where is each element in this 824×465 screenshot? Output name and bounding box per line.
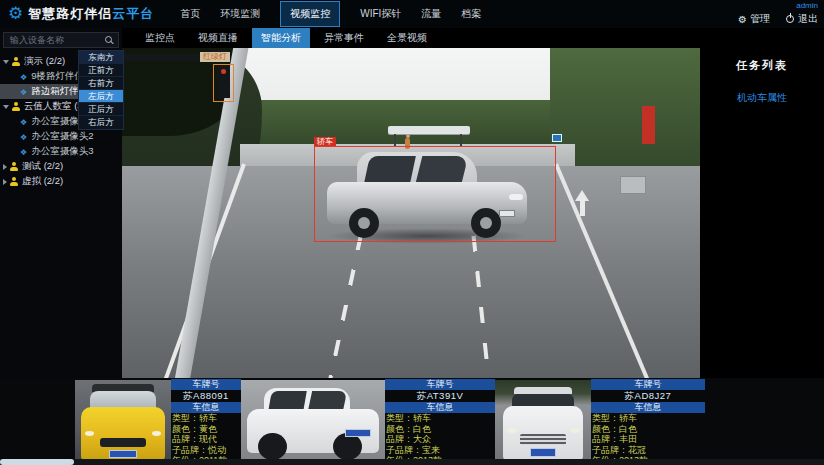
attr-type: 类型：轿车 <box>385 413 495 424</box>
nav-item-environment[interactable]: 环境监测 <box>220 2 260 26</box>
search-input[interactable] <box>8 34 105 46</box>
vehicle-detection-box <box>314 146 556 242</box>
plate-number: 苏AT391V <box>385 390 495 402</box>
chevron-down-icon[interactable] <box>3 60 9 64</box>
bus-shelter <box>388 126 470 134</box>
chevron-right-icon[interactable] <box>3 179 7 185</box>
tab-monitor-points[interactable]: 监控点 <box>136 28 184 48</box>
straight-arrow-stem <box>580 200 585 216</box>
nav-item-wifi-probe[interactable]: WIFI探针 <box>360 2 401 26</box>
direction-option-rear-left[interactable]: 左后方 <box>79 90 123 103</box>
device-icon <box>20 71 27 82</box>
tree-item-label: 办公室摄像头3 <box>31 145 93 158</box>
direction-option-front-right[interactable]: 右前方 <box>79 77 123 90</box>
manage-button[interactable]: 管理 <box>738 12 770 26</box>
chevron-right-icon[interactable] <box>3 164 7 170</box>
plate-number: 苏AD8J27 <box>591 390 705 402</box>
tree-group-label: 演示 (2/2) <box>24 55 65 68</box>
task-list-panel: 任务列表 机动车属性 <box>700 48 824 378</box>
attr-color: 颜色：白色 <box>385 424 495 435</box>
attr-color: 颜色：白色 <box>591 424 705 435</box>
direction-option-rear-right[interactable]: 右后方 <box>79 116 123 129</box>
nav-item-video-surveillance[interactable]: 视频监控 <box>280 1 340 27</box>
pedestrian-head <box>406 134 410 138</box>
tree-item-office-cam-2[interactable]: 办公室摄像头2 <box>0 129 122 144</box>
attr-subbrand: 子品牌：宝来 <box>385 445 495 456</box>
tree-group-label: 测试 (2/2) <box>22 160 63 173</box>
tree-group-label: 虚拟 (2/2) <box>22 175 63 188</box>
car-plate <box>345 429 371 437</box>
car-grill <box>100 438 146 447</box>
power-icon <box>786 15 794 23</box>
direction-option-southeast[interactable]: 东南方 <box>79 51 123 64</box>
task-item-vehicle-attributes[interactable]: 机动车属性 <box>700 91 824 105</box>
attr-type: 类型：轿车 <box>591 413 705 424</box>
plate-header: 车牌号 <box>385 379 495 390</box>
car-grill <box>520 434 566 445</box>
live-video-feed[interactable]: 红绿灯 轿车 <box>122 48 700 378</box>
detection-results-bar: 车牌号 苏A88091 车信息 类型：轿车 颜色：黄色 品牌：现代 子品牌：悦动… <box>0 378 824 465</box>
attr-brand: 品牌：大众 <box>385 434 495 445</box>
tree-group-virtual[interactable]: 虚拟 (2/2) <box>0 174 122 189</box>
info-header: 车信息 <box>385 402 495 413</box>
info-header: 车信息 <box>591 402 705 413</box>
vehicle-info-1: 车牌号 苏A88091 车信息 类型：轿车 颜色：黄色 品牌：现代 子品牌：悦动… <box>171 379 241 465</box>
tab-smart-analysis[interactable]: 智能分析 <box>252 28 310 48</box>
plate-header: 车牌号 <box>171 379 241 390</box>
top-bar: 智慧路灯伴侣 云平台 首页 环境监测 视频监控 WIFI探针 流量 档案 adm… <box>0 0 824 28</box>
person-icon <box>10 177 18 186</box>
device-icon <box>20 146 27 157</box>
vehicle-snapshot-2[interactable] <box>241 380 385 465</box>
device-icon <box>20 131 27 142</box>
red-banner <box>642 106 655 144</box>
direction-option-front[interactable]: 正前方 <box>79 64 123 77</box>
traffic-light-detection-label: 红绿灯 <box>200 52 230 62</box>
vehicle-info-2: 车牌号 苏AT391V 车信息 类型：轿车 颜色：白色 品牌：大众 子品牌：宝来… <box>385 379 495 465</box>
device-icon <box>20 86 27 97</box>
tab-panorama-video[interactable]: 全景视频 <box>378 28 436 48</box>
nav-item-traffic[interactable]: 流量 <box>421 2 441 26</box>
attr-type: 类型：轿车 <box>171 413 241 424</box>
attr-color: 颜色：黄色 <box>171 424 241 435</box>
car-plate <box>530 448 557 457</box>
car-headlight <box>507 428 518 433</box>
search-icon[interactable] <box>105 36 114 45</box>
chevron-down-icon[interactable] <box>3 105 9 109</box>
manage-label: 管理 <box>750 12 770 26</box>
attr-brand: 品牌：现代 <box>171 434 241 445</box>
main-nav: 首页 环境监测 视频监控 WIFI探针 流量 档案 <box>180 1 481 27</box>
device-search-box <box>3 32 119 48</box>
tab-live-video[interactable]: 视频直播 <box>189 28 247 48</box>
current-user[interactable]: admin <box>796 1 818 10</box>
car-plate <box>109 450 138 459</box>
car-wheel <box>258 433 287 460</box>
road-sign <box>552 134 562 142</box>
person-icon <box>10 162 18 171</box>
traffic-light-detection-box <box>213 64 234 102</box>
system-buttons: 管理 退出 <box>738 12 818 26</box>
shelter-leg <box>460 134 462 146</box>
horizontal-scrollbar-thumb[interactable] <box>0 459 74 465</box>
vehicle-detection-label: 轿车 <box>314 137 336 146</box>
tree-item-label: 9楼路灯伴侣 <box>31 70 84 83</box>
nav-item-archive[interactable]: 档案 <box>461 2 481 26</box>
nav-item-home[interactable]: 首页 <box>180 2 200 26</box>
tree-item-office-cam-3[interactable]: 办公室摄像头3 <box>0 144 122 159</box>
shelter-leg <box>394 134 396 146</box>
device-icon <box>20 116 27 127</box>
person-icon <box>12 57 20 66</box>
vehicle-snapshot-3[interactable] <box>495 380 591 465</box>
person-icon <box>12 102 20 111</box>
vehicle-snapshot-1[interactable] <box>75 380 171 465</box>
task-list-title: 任务列表 <box>700 58 824 73</box>
logout-button[interactable]: 退出 <box>786 12 818 26</box>
tab-abnormal-events[interactable]: 异常事件 <box>315 28 373 48</box>
direction-option-rear[interactable]: 正后方 <box>79 103 123 116</box>
gear-icon <box>738 14 750 25</box>
horizontal-scrollbar <box>0 459 824 465</box>
utility-box <box>620 176 646 194</box>
app-logo: 智慧路灯伴侣 云平台 <box>8 5 154 23</box>
tree-group-test[interactable]: 测试 (2/2) <box>0 159 122 174</box>
gear-logo-icon <box>8 5 23 23</box>
vehicle-info-3: 车牌号 苏AD8J27 车信息 类型：轿车 颜色：白色 品牌：丰田 子品牌：花冠… <box>591 379 705 465</box>
